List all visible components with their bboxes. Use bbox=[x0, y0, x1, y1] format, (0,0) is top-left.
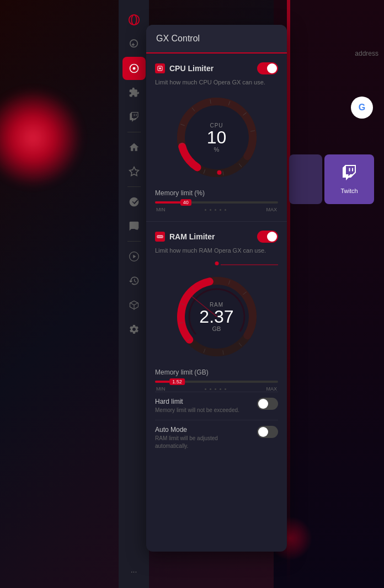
svg-rect-25 bbox=[157, 236, 163, 238]
cpu-gauge: CPU 10 % bbox=[173, 93, 261, 181]
tick-dot bbox=[215, 388, 216, 390]
svg-marker-6 bbox=[133, 255, 136, 259]
ram-slider-ticks: MIN MAX bbox=[155, 386, 278, 392]
tick-dot bbox=[220, 388, 221, 390]
sidebar-item-twitch[interactable] bbox=[122, 105, 146, 129]
cpu-toggle-knob bbox=[267, 63, 277, 73]
ram-title-group: RAM Limiter bbox=[155, 232, 215, 242]
gx-header: GX Control bbox=[146, 25, 287, 54]
ram-limiter-header: RAM Limiter bbox=[155, 231, 278, 243]
sidebar-item-opera[interactable] bbox=[122, 8, 146, 31]
auto-mode-knob bbox=[258, 427, 268, 437]
ram-limiter-title: RAM Limiter bbox=[169, 232, 215, 241]
cpu-slider-dots bbox=[205, 209, 226, 211]
hard-limit-toggle[interactable] bbox=[257, 398, 278, 410]
ram-limiter-desc: Limit how much RAM Opera GX can use. bbox=[155, 247, 278, 254]
decorative-stripe bbox=[287, 0, 290, 588]
sidebar-item-whatsapp[interactable] bbox=[122, 215, 146, 238]
cpu-slider-ticks: MIN MAX bbox=[155, 207, 278, 212]
ram-slider-thumb[interactable]: 1.52 bbox=[169, 378, 185, 385]
tick-dot bbox=[225, 209, 226, 211]
tick-dot bbox=[220, 209, 221, 211]
cpu-limiter-section: CPU Limiter Limit how much CPU Opera GX … bbox=[146, 54, 287, 222]
ram-gauge-container: RAM 2.37 GB bbox=[155, 272, 278, 361]
sidebar-divider-2 bbox=[127, 186, 141, 187]
google-icon: G bbox=[359, 103, 365, 113]
cpu-slider-min: MIN bbox=[156, 207, 166, 212]
cpu-limiter-title: CPU Limiter bbox=[169, 64, 214, 73]
sidebar-item-messenger[interactable] bbox=[122, 190, 146, 213]
hard-limit-desc: Memory limit will not be exceeded. bbox=[155, 407, 250, 414]
sidebar-item-videos[interactable] bbox=[122, 245, 146, 268]
svg-point-3 bbox=[132, 67, 135, 70]
ram-limiter-toggle[interactable] bbox=[257, 231, 278, 243]
cpu-limiter-header: CPU Limiter bbox=[155, 62, 278, 74]
tick-dot bbox=[205, 209, 206, 211]
svg-point-1 bbox=[131, 15, 136, 25]
ram-gauge-value: 2.37 bbox=[199, 308, 233, 325]
svg-marker-4 bbox=[129, 167, 138, 176]
right-panel bbox=[274, 0, 384, 588]
purple-tile[interactable] bbox=[289, 154, 322, 204]
svg-point-0 bbox=[129, 15, 138, 25]
tick-dot bbox=[210, 388, 211, 390]
twitch-icon bbox=[342, 165, 357, 184]
svg-rect-9 bbox=[159, 68, 161, 70]
sidebar-item-cuboid[interactable] bbox=[122, 293, 146, 317]
auto-mode-toggle[interactable] bbox=[257, 426, 278, 438]
ram-icon bbox=[155, 232, 165, 242]
ram-slider-dots bbox=[205, 388, 226, 390]
sidebar-divider-1 bbox=[127, 132, 141, 132]
hard-limit-knob bbox=[258, 399, 268, 409]
google-button[interactable]: G bbox=[351, 97, 373, 119]
gx-title: GX Control bbox=[156, 34, 200, 43]
cpu-slider-thumb[interactable]: 40 bbox=[180, 199, 191, 206]
ram-gauge: RAM 2.37 GB bbox=[173, 272, 261, 361]
ram-slider-max: MAX bbox=[266, 386, 277, 392]
cpu-slider-track[interactable]: 40 bbox=[155, 201, 278, 204]
cpu-gauge-value: 10 bbox=[207, 129, 227, 146]
sidebar-more-dots[interactable]: ... bbox=[131, 565, 137, 580]
ram-toggle-knob bbox=[267, 232, 277, 242]
cpu-gauge-center: CPU 10 % bbox=[207, 122, 227, 153]
sidebar-item-gx-control[interactable] bbox=[122, 57, 146, 80]
hard-limit-text: Hard limit Memory limit will not be exce… bbox=[155, 398, 250, 414]
tick-dot bbox=[205, 388, 206, 390]
sidebar-item-settings[interactable] bbox=[122, 318, 146, 341]
sidebar-item-home[interactable] bbox=[122, 136, 146, 159]
sidebar-item-history[interactable] bbox=[122, 269, 146, 292]
auto-mode-text: Auto Mode RAM limit will be adjusted aut… bbox=[155, 426, 250, 450]
sidebar: ... bbox=[119, 0, 149, 588]
cpu-title-group: CPU Limiter bbox=[155, 63, 214, 73]
sidebar-item-gaming[interactable] bbox=[122, 33, 146, 56]
auto-mode-title: Auto Mode bbox=[155, 426, 250, 434]
tick-dot bbox=[225, 388, 226, 390]
tick-dot bbox=[210, 209, 211, 211]
ram-limiter-section: RAM Limiter Limit how much RAM Opera GX … bbox=[146, 222, 287, 464]
cpu-icon bbox=[155, 63, 165, 73]
hard-limit-row: Hard limit Memory limit will not be exce… bbox=[155, 392, 278, 420]
sidebar-item-extensions[interactable] bbox=[122, 81, 146, 104]
twitch-label: Twitch bbox=[340, 188, 358, 194]
hard-limit-title: Hard limit bbox=[155, 398, 250, 405]
ram-slider-track[interactable]: 1.52 bbox=[155, 381, 278, 383]
auto-mode-desc: RAM limit will be adjusted automatically… bbox=[155, 435, 250, 450]
ram-gauge-center: RAM 2.37 GB bbox=[199, 302, 233, 332]
sidebar-item-bookmarks[interactable] bbox=[122, 160, 146, 183]
gx-panel: GX Control CPU Limiter Limit how much CP… bbox=[146, 25, 287, 552]
cpu-limiter-toggle[interactable] bbox=[257, 62, 278, 74]
twitch-tile[interactable]: Twitch bbox=[324, 154, 374, 204]
cpu-slider-max: MAX bbox=[266, 207, 277, 212]
auto-mode-row: Auto Mode RAM limit will be adjusted aut… bbox=[155, 420, 278, 456]
cpu-gauge-container: CPU 10 % bbox=[155, 93, 278, 181]
address-bar-hint: address bbox=[355, 50, 378, 57]
tick-dot bbox=[215, 209, 216, 211]
ram-slider-min: MIN bbox=[156, 386, 166, 392]
sidebar-divider-3 bbox=[127, 241, 141, 242]
